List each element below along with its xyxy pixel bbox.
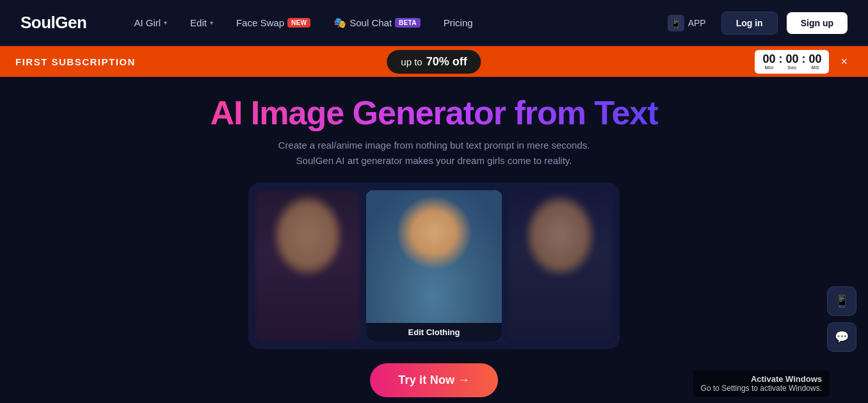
windows-title: Activate Windows [701, 374, 822, 384]
promo-up-to-text: up to [401, 56, 422, 67]
navbar: SoulGen AI Girl ▾ Edit ▾ Face Swap NEW 🎭… [0, 0, 868, 46]
countdown-timer: 00 Min : 00 Sec : 00 MS [755, 50, 829, 74]
ms-label: MS [811, 65, 819, 70]
chevron-down-icon: ▾ [210, 19, 213, 26]
promo-left-text: FIRST SUBSCRIPTION [15, 56, 136, 67]
nav-links: AI Girl ▾ Edit ▾ Face Swap NEW 🎭 Soul Ch… [125, 12, 661, 34]
colon-separator-2: : [800, 53, 807, 66]
nav-item-soul-chat[interactable]: 🎭 Soul Chat Beta [325, 12, 430, 34]
chevron-down-icon: ▾ [164, 19, 167, 26]
hero-sub-line2: SoulGen AI art generator makes your drea… [296, 155, 572, 166]
carousel-image-left [256, 190, 360, 341]
mobile-app-icon: 📱 [835, 294, 849, 308]
nav-item-edit[interactable]: Edit ▾ [181, 12, 222, 33]
windows-subtitle: Go to Settings to activate Windows. [701, 384, 822, 393]
carousel-left-photo [256, 190, 360, 341]
nav-label-soul-chat: Soul Chat [350, 17, 392, 28]
carousel-track: Edit Clothing [248, 183, 620, 349]
countdown-minutes: 00 Min [762, 53, 775, 70]
hero-section: AI Image Generator from Text Create a re… [0, 77, 868, 397]
carousel-image-center: Edit Clothing [366, 190, 501, 341]
countdown-ms: 00 MS [808, 53, 821, 70]
app-icon: 📱 [668, 15, 684, 31]
carousel-right-photo [508, 190, 612, 341]
nav-label-ai-girl: AI Girl [134, 17, 161, 28]
try-btn-wrapper: Try it Now → [370, 363, 497, 397]
windows-activation-notice: Activate Windows Go to Settings to activ… [693, 370, 830, 397]
hero-title: AI Image Generator from Text [210, 95, 657, 131]
promo-close-button[interactable]: × [835, 53, 853, 71]
floating-chat-button[interactable]: 💬 [827, 322, 856, 352]
logo[interactable]: SoulGen [20, 13, 86, 33]
app-label: APP [688, 18, 706, 28]
seconds-label: Sec [787, 65, 796, 70]
hero-subtitle: Create a real/anime image from nothing b… [278, 138, 590, 169]
seconds-value: 00 [785, 53, 798, 65]
nav-item-pricing[interactable]: Pricing [435, 12, 482, 33]
beta-badge: Beta [395, 18, 421, 28]
minutes-label: Min [765, 65, 774, 70]
image-carousel: Edit Clothing [248, 183, 620, 349]
hero-sub-line1: Create a real/anime image from nothing b… [278, 140, 590, 151]
login-button[interactable]: Log in [721, 12, 778, 35]
promo-center: up to 70% off [387, 50, 481, 74]
promo-discount-pill[interactable]: up to 70% off [387, 50, 481, 74]
nav-item-ai-girl[interactable]: AI Girl ▾ [125, 12, 176, 33]
promo-right: 00 Min : 00 Sec : 00 MS × [755, 50, 853, 74]
carousel-center-photo [366, 190, 501, 341]
minutes-value: 00 [762, 53, 775, 65]
countdown-seconds: 00 Sec [785, 53, 798, 70]
nav-right: 📱 APP Log in Sign up [661, 11, 848, 35]
carousel-label: Edit Clothing [366, 323, 501, 341]
carousel-image-right [508, 190, 612, 341]
promo-banner: FIRST SUBSCRIPTION up to 70% off 00 Min … [0, 46, 868, 77]
floating-buttons: 📱 💬 [827, 286, 856, 352]
ms-value: 00 [808, 53, 821, 65]
new-badge: NEW [287, 18, 310, 28]
floating-app-button[interactable]: 📱 [827, 286, 856, 316]
nav-label-edit: Edit [190, 17, 207, 28]
colon-separator: : [776, 53, 784, 66]
signup-button[interactable]: Sign up [787, 12, 848, 34]
try-it-now-button[interactable]: Try it Now → [370, 363, 497, 397]
chat-icon: 💬 [835, 330, 849, 344]
soul-chat-emoji: 🎭 [334, 17, 346, 29]
promo-percent-text: 70% off [426, 55, 467, 69]
nav-label-face-swap: Face Swap [236, 17, 284, 28]
nav-item-face-swap[interactable]: Face Swap NEW [227, 12, 319, 33]
app-button[interactable]: 📱 APP [661, 11, 712, 35]
nav-label-pricing: Pricing [444, 17, 473, 28]
